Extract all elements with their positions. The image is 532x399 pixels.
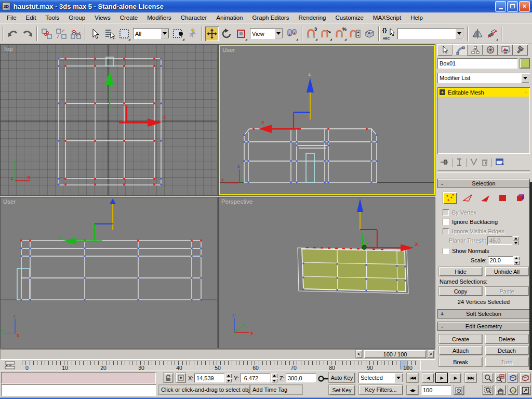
dropdown-arrow-icon[interactable] — [394, 373, 403, 382]
minimize-button[interactable] — [495, 1, 506, 12]
use-pivot-point-center-icon[interactable] — [285, 26, 299, 41]
track-bar[interactable]: 0 10 20 30 40 50 60 70 80 90 100 — [0, 360, 435, 370]
align-icon[interactable] — [485, 26, 499, 41]
tab-motion[interactable] — [483, 44, 498, 56]
auto-key-button[interactable]: Auto Key — [328, 372, 355, 383]
y-coordinate-field[interactable]: -6,472 — [240, 374, 270, 382]
select-and-manipulate-icon[interactable] — [186, 26, 200, 41]
key-filters-button[interactable]: Key Filters... — [358, 384, 403, 395]
show-end-result-icon[interactable] — [456, 158, 463, 167]
move-gizmo[interactable]: x y — [357, 198, 418, 251]
time-slider-prev-button[interactable]: < — [355, 350, 363, 358]
viewport-label[interactable]: Perspective — [221, 198, 252, 205]
viewport-canvas-perspective[interactable]: x y z x y — [219, 197, 433, 347]
selection-lock-toggle[interactable] — [163, 373, 174, 383]
by-vertex-checkbox[interactable] — [443, 209, 449, 216]
attach-button[interactable]: Attach — [438, 345, 483, 355]
mirror-icon[interactable] — [471, 26, 484, 41]
rectangular-selection-region-icon[interactable] — [117, 26, 131, 41]
tab-utilities[interactable] — [513, 44, 528, 56]
create-button[interactable]: Create — [438, 334, 483, 344]
move-gizmo[interactable]: z x — [259, 71, 314, 133]
menu-views[interactable]: Views — [90, 14, 115, 22]
app-icon[interactable]: 3D — [2, 2, 10, 10]
zoom-button[interactable] — [482, 373, 494, 383]
spinner-snap-icon[interactable] — [348, 26, 362, 41]
delete-button[interactable]: Delete — [485, 334, 529, 344]
go-to-end-button[interactable]: ▶▶| — [464, 373, 477, 383]
menu-maxscript[interactable]: MAXScript — [368, 14, 406, 22]
undo-icon[interactable] — [6, 26, 20, 41]
dropdown-arrow-icon[interactable] — [521, 73, 529, 83]
object-color-swatch[interactable] — [520, 58, 530, 69]
menu-create[interactable]: Create — [115, 14, 143, 22]
time-slider-thumb[interactable]: 100 / 100 — [364, 350, 427, 358]
hide-button[interactable]: Hide — [438, 267, 483, 276]
dropdown-arrow-icon[interactable] — [455, 29, 463, 38]
close-button[interactable]: × — [519, 1, 530, 12]
move-gizmo[interactable]: y — [59, 198, 116, 245]
next-frame-button[interactable]: |▶ — [449, 373, 461, 383]
tab-hierarchy[interactable] — [468, 44, 483, 56]
time-configuration-button[interactable] — [453, 385, 464, 395]
show-normals-checkbox[interactable] — [443, 248, 449, 254]
viewport-label[interactable]: Top — [3, 46, 13, 52]
x-coordinate-field[interactable]: 14,539 — [194, 374, 224, 382]
modifier-list-dropdown[interactable]: Modifier List — [437, 73, 530, 83]
previous-frame-button[interactable]: ◀| — [422, 373, 434, 383]
scale-spinner[interactable] — [513, 256, 520, 265]
restore-button[interactable] — [507, 1, 518, 12]
viewport-canvas-user-front[interactable]: z x z x y — [220, 46, 434, 194]
min-max-toggle-button[interactable] — [520, 385, 531, 395]
window-crossing-icon[interactable] — [171, 26, 185, 41]
remove-modifier-icon[interactable] — [481, 158, 488, 167]
y-spinner[interactable] — [271, 374, 277, 382]
planar-thresh-field[interactable]: 45,0 — [487, 236, 512, 245]
soft-selection-rollout-header[interactable]: + Soft Selection — [437, 309, 530, 318]
configure-modifier-sets-icon[interactable] — [495, 158, 504, 167]
zoom-extents-all-button[interactable] — [520, 373, 531, 383]
unlink-selection-icon[interactable] — [55, 26, 68, 41]
angle-snap-icon[interactable] — [319, 26, 332, 41]
add-time-tag[interactable]: Add Time Tag — [250, 384, 303, 395]
time-slider-next-button[interactable]: > — [427, 350, 434, 358]
move-gizmo[interactable]: x — [105, 71, 166, 127]
set-key-button[interactable]: Set Key — [328, 384, 355, 395]
ignore-backfacing-checkbox[interactable] — [443, 219, 449, 225]
select-and-link-icon[interactable] — [40, 26, 54, 41]
absolute-mode-toggle[interactable] — [176, 373, 186, 383]
maxscript-listener-input[interactable] — [1, 372, 156, 383]
arc-rotate-button[interactable] — [507, 385, 518, 395]
turn-button[interactable]: Turn — [485, 357, 529, 367]
expand-icon[interactable]: + — [438, 311, 446, 317]
snap-toggle-3d-icon[interactable]: 3 — [304, 26, 318, 41]
z-coordinate-field[interactable]: 300,0 — [286, 374, 316, 382]
copy-button[interactable]: Copy — [438, 286, 483, 296]
polygon-mode-button[interactable] — [496, 192, 510, 204]
x-spinner[interactable] — [225, 374, 232, 382]
element-mode-button[interactable] — [513, 192, 528, 204]
tab-display[interactable] — [498, 44, 513, 56]
panel-scrollbar[interactable] — [529, 182, 532, 370]
detach-button[interactable]: Detach — [485, 345, 529, 355]
title-bar[interactable]: 3D haustut.max - 3ds max 5 - Stand-alone… — [0, 0, 532, 12]
select-object-icon[interactable] — [88, 26, 102, 41]
reference-coordinate-dropdown[interactable]: View — [250, 28, 283, 39]
go-to-start-button[interactable]: |◀◀ — [406, 373, 419, 383]
dropdown-arrow-icon[interactable] — [274, 29, 283, 38]
named-selection-sets-icon[interactable]: {} ABC — [382, 26, 395, 41]
maxscript-listener-output[interactable] — [1, 384, 156, 396]
edge-mode-button[interactable] — [460, 192, 475, 204]
menu-rendering[interactable]: Rendering — [294, 14, 330, 22]
object-name-field[interactable]: Box01 — [437, 58, 517, 69]
viewport-canvas-user-side[interactable]: y z y x — [1, 197, 217, 348]
selection-rollout-header[interactable]: - Selection — [437, 179, 530, 188]
menu-group[interactable]: Group — [64, 14, 90, 22]
select-and-rotate-icon[interactable] — [220, 26, 233, 41]
pan-button[interactable] — [495, 385, 506, 395]
zoom-extents-button[interactable] — [507, 373, 518, 383]
ignore-visible-edges-checkbox[interactable] — [443, 228, 449, 234]
collapse-icon[interactable]: - — [438, 323, 446, 329]
menu-character[interactable]: Character — [176, 14, 212, 22]
play-button[interactable]: ▶ — [435, 373, 448, 383]
